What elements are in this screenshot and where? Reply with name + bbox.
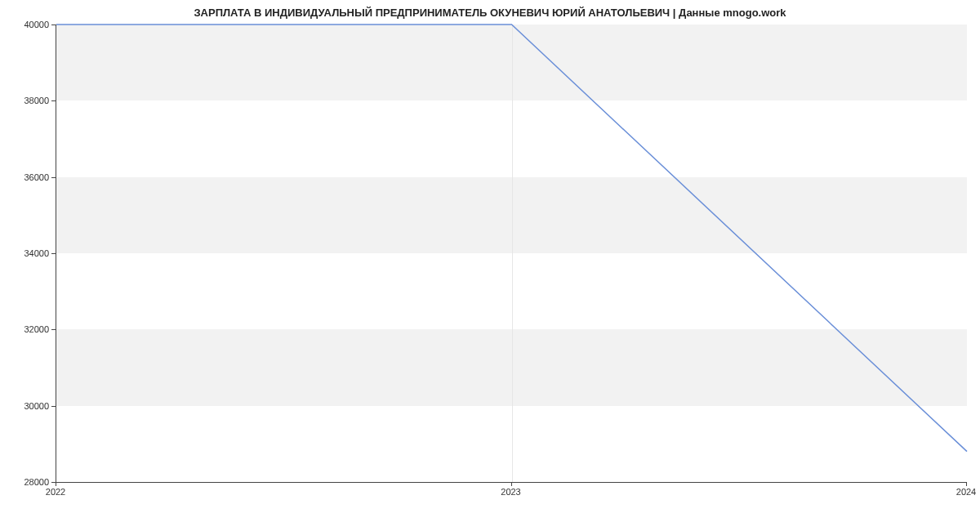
series-line (56, 25, 967, 452)
y-tick-mark (51, 100, 56, 101)
y-tick-mark (51, 177, 56, 178)
plot-area (56, 25, 967, 483)
y-tick-mark (51, 406, 56, 407)
y-tick-label: 40000 (8, 20, 49, 29)
chart-container: ЗАРПЛАТА В ИНДИВИДУАЛЬНЫЙ ПРЕДПРИНИМАТЕЛ… (0, 0, 980, 531)
x-tick-mark (511, 482, 512, 486)
chart-title: ЗАРПЛАТА В ИНДИВИДУАЛЬНЫЙ ПРЕДПРИНИМАТЕЛ… (0, 7, 980, 19)
y-tick-label: 32000 (8, 324, 49, 334)
x-tick-label: 2023 (501, 487, 520, 497)
x-tick-mark (56, 482, 56, 486)
x-tick-label: 2022 (46, 487, 65, 497)
y-tick-label: 38000 (8, 96, 49, 105)
y-tick-label: 34000 (8, 248, 49, 258)
x-tick-mark (966, 482, 967, 486)
y-tick-mark (51, 25, 56, 25)
x-tick-label: 2024 (956, 487, 976, 497)
y-tick-mark (51, 253, 56, 254)
y-tick-label: 28000 (8, 477, 49, 487)
y-tick-label: 36000 (8, 172, 49, 182)
y-tick-label: 30000 (8, 401, 49, 411)
line-layer (56, 25, 967, 482)
y-tick-mark (51, 329, 56, 330)
